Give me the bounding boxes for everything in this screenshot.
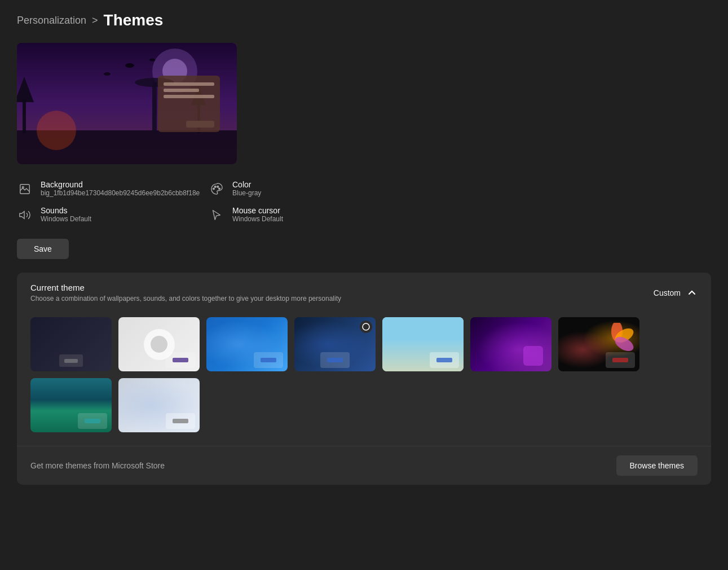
theme-card-lake[interactable]	[30, 378, 112, 432]
theme-card-swirl-window	[166, 413, 195, 429]
cursor-icon	[209, 207, 224, 223]
svg-point-18	[217, 186, 219, 188]
preview-dialog-line1	[164, 82, 214, 86]
color-info[interactable]: Color Blue-gray	[209, 176, 400, 201]
flower-icon	[600, 323, 634, 357]
theme-card-light-window	[166, 352, 195, 368]
preview-dialog-line3	[164, 95, 214, 98]
theme-card-lake-btn	[85, 419, 100, 423]
browse-footer-text: Get more themes from Microsoft Store	[30, 461, 165, 470]
sounds-label: Sounds	[41, 206, 91, 215]
breadcrumb: Personalization > Themes	[17, 11, 711, 29]
theme-card-light-btn	[173, 358, 188, 362]
background-text: Background big_1fb1d94be17304d80eb9245d6…	[41, 180, 200, 197]
save-button[interactable]: Save	[17, 239, 69, 259]
theme-card-win11dark-window	[320, 352, 350, 368]
selected-checkmark-icon	[362, 323, 370, 331]
current-theme-section: Current theme Choose a combination of wa…	[17, 273, 711, 485]
color-icon	[209, 181, 224, 197]
theme-card-win11dark-btn	[327, 358, 343, 362]
sounds-value: Windows Default	[41, 215, 91, 223]
chevron-up-icon	[686, 287, 698, 299]
color-text: Color Blue-gray	[232, 180, 261, 197]
breadcrumb-separator: >	[92, 15, 98, 27]
theme-card-purple[interactable]	[470, 317, 551, 371]
background-label: Background	[41, 180, 200, 189]
svg-point-20	[363, 323, 369, 330]
theme-card-win11dark[interactable]	[294, 317, 376, 371]
cursor-value: Windows Default	[232, 215, 283, 223]
theme-card-win11[interactable]	[206, 317, 288, 371]
mouse-cursor-info[interactable]: Mouse cursor Windows Default	[209, 201, 400, 227]
sounds-text: Sounds Windows Default	[41, 206, 91, 223]
background-icon	[17, 181, 33, 197]
color-label: Color	[232, 180, 261, 189]
svg-point-7	[37, 111, 76, 150]
preview-background	[17, 43, 237, 164]
theme-card-colorful-window	[606, 352, 635, 368]
current-theme-header: Current theme Choose a combination of wa…	[17, 273, 711, 313]
svg-rect-8	[152, 82, 157, 133]
theme-card-swirl[interactable]	[118, 378, 200, 432]
theme-card-blank[interactable]	[30, 317, 112, 371]
speaker-icon	[19, 209, 31, 221]
palette-icon	[210, 183, 223, 195]
sounds-icon	[17, 207, 33, 223]
theme-card-win11-window	[254, 352, 283, 368]
browse-footer: Get more themes from Microsoft Store Bro…	[17, 446, 711, 485]
background-value: big_1fb1d94be17304d80eb9245d6ee9b2b6cbb8…	[41, 189, 200, 197]
background-info[interactable]: Background big_1fb1d94be17304d80eb9245d6…	[17, 176, 209, 201]
cursor-text: Mouse cursor Windows Default	[232, 206, 283, 223]
breadcrumb-parent[interactable]: Personalization	[17, 15, 86, 27]
theme-grid	[17, 313, 711, 446]
page-container: Personalization > Themes	[0, 0, 728, 496]
current-theme-value: Custom	[654, 288, 681, 297]
theme-info-grid: Background big_1fb1d94be17304d80eb9245d6…	[17, 176, 400, 227]
theme-card-win11-btn	[261, 358, 276, 362]
preview-dialog-line2	[164, 89, 199, 92]
current-theme-header-left: Current theme Choose a combination of wa…	[30, 283, 341, 302]
browse-themes-button[interactable]: Browse themes	[616, 455, 698, 476]
svg-point-4	[104, 72, 111, 76]
theme-card-colorful[interactable]	[558, 317, 639, 371]
theme-preview	[17, 43, 237, 164]
svg-point-17	[214, 186, 216, 188]
current-theme-right[interactable]: Custom	[654, 287, 698, 299]
svg-point-16	[213, 188, 215, 190]
breadcrumb-current: Themes	[104, 11, 164, 29]
theme-card-flowers-window	[430, 352, 459, 368]
svg-point-3	[125, 63, 134, 68]
sounds-info[interactable]: Sounds Windows Default	[17, 201, 209, 227]
svg-point-5	[149, 59, 155, 62]
theme-card-light[interactable]	[118, 317, 200, 371]
theme-card-flowers-btn	[436, 358, 452, 362]
theme-card-flowers[interactable]	[382, 317, 464, 371]
mouse-pointer-icon	[210, 209, 223, 221]
color-value: Blue-gray	[232, 189, 261, 197]
current-theme-title: Current theme	[30, 283, 341, 292]
theme-card-swirl-btn	[173, 419, 188, 423]
svg-point-19	[219, 188, 220, 190]
theme-card-lake-window	[78, 413, 107, 429]
theme-card-colorful-btn	[612, 358, 628, 362]
svg-rect-10	[23, 99, 26, 133]
cursor-label: Mouse cursor	[232, 206, 283, 215]
preview-dialog-button	[186, 121, 214, 128]
image-icon	[19, 183, 31, 195]
current-theme-description: Choose a combination of wallpapers, soun…	[30, 295, 341, 302]
preview-dialog-window	[158, 76, 220, 132]
